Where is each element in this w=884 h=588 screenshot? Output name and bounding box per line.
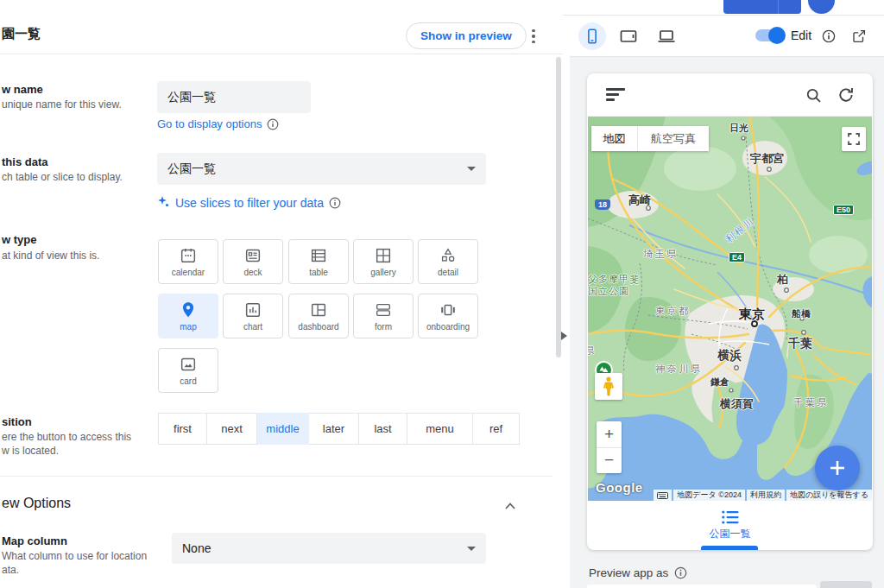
view-type-map[interactable]: map xyxy=(158,294,218,338)
map-pin-icon xyxy=(179,300,198,319)
device-phone-button[interactable] xyxy=(578,22,606,50)
panel-expand-arrow-icon[interactable] xyxy=(561,332,567,340)
nav-tab-label: 公園一覧 xyxy=(710,527,751,541)
map-label-yokosuka: 横須賀 xyxy=(720,396,754,412)
view-type-onboarding[interactable]: onboarding xyxy=(418,294,478,338)
collapse-chevron-icon[interactable] xyxy=(504,498,516,514)
sparkle-icon xyxy=(157,195,170,211)
save-button[interactable] xyxy=(723,0,801,14)
position-ref[interactable]: ref xyxy=(473,413,520,445)
add-record-fab[interactable] xyxy=(815,446,860,490)
view-type-deck[interactable]: deck xyxy=(223,239,283,284)
edit-label: Edit xyxy=(791,28,811,42)
data-select[interactable]: 公園一覧 xyxy=(157,153,486,185)
view-editor-panel: 園一覧 Show in preview w name unique name f… xyxy=(0,0,563,588)
view-name-label: w name xyxy=(2,83,43,96)
view-type-chart[interactable]: chart xyxy=(223,294,283,338)
view-type-calendar[interactable]: calendar xyxy=(158,239,218,284)
map-label-kamakura: 鎌倉 xyxy=(710,376,729,389)
image-icon xyxy=(179,355,198,374)
view-type-table[interactable]: table xyxy=(288,239,349,284)
route-shield-18: 18 xyxy=(595,199,610,210)
deck-icon xyxy=(243,246,262,265)
map-label-tokyo: 東京 xyxy=(739,307,765,323)
use-slices-link[interactable]: Use slices to filter your data xyxy=(157,195,341,211)
panel-scrollbar[interactable] xyxy=(556,57,561,357)
map-label-takasaki: 高崎 xyxy=(628,193,651,208)
preview-as-button-fragment[interactable] xyxy=(820,581,872,588)
position-later[interactable]: later xyxy=(309,413,359,445)
list-icon xyxy=(722,510,739,524)
more-options-icon[interactable] xyxy=(527,26,540,47)
detail-icon xyxy=(439,246,458,265)
menu-icon[interactable] xyxy=(606,88,627,102)
device-desktop-button[interactable] xyxy=(653,22,680,50)
view-type-gallery[interactable]: gallery xyxy=(353,239,414,284)
table-icon xyxy=(309,246,328,265)
view-name-desc: unique name for this view. xyxy=(2,98,122,111)
map-column-value: None xyxy=(182,541,211,555)
map-view[interactable]: 日光 宇都宮 高崎 利根川 埼玉県 柏 父多摩甲斐 国立公園 東京都 東京 船橋… xyxy=(588,117,872,501)
route-shield-e4: E4 xyxy=(729,252,745,262)
map-label-ken: 県 xyxy=(588,345,597,357)
go-to-display-options-link[interactable]: Go to display options xyxy=(157,117,279,130)
zoom-out-button[interactable]: − xyxy=(597,448,622,474)
data-select-value: 公園一覧 xyxy=(167,161,216,177)
device-tablet-button[interactable] xyxy=(615,22,642,50)
gallery-icon xyxy=(374,246,393,265)
map-type-control: 地図 航空写真 xyxy=(591,126,709,151)
terms-link[interactable]: 利用規約 xyxy=(747,490,785,501)
view-type-label: w type xyxy=(2,233,36,246)
show-in-preview-button[interactable]: Show in preview xyxy=(406,22,527,49)
info-icon[interactable] xyxy=(329,197,341,209)
info-icon[interactable] xyxy=(822,29,836,47)
edit-toggle[interactable] xyxy=(755,29,783,41)
data-desc: ch table or slice to display. xyxy=(2,171,123,183)
map-tab-map[interactable]: 地図 xyxy=(591,126,638,151)
carousel-icon xyxy=(439,300,458,319)
view-type-detail[interactable]: detail xyxy=(418,239,478,284)
fullscreen-button[interactable] xyxy=(842,127,866,151)
refresh-icon[interactable] xyxy=(837,85,856,108)
open-in-new-icon[interactable] xyxy=(851,28,867,47)
position-first[interactable]: first xyxy=(158,413,207,445)
map-column-select[interactable]: None xyxy=(172,533,486,564)
position-segmented-control: first next middle later last menu ref xyxy=(158,413,520,445)
route-shield-e50: E50 xyxy=(833,205,854,215)
view-type-dashboard[interactable]: dashboard xyxy=(288,294,349,338)
position-middle[interactable]: middle xyxy=(257,413,309,445)
app-header xyxy=(587,73,873,117)
report-map-error-link[interactable]: 地図の誤りを報告する xyxy=(786,490,872,501)
preview-as-field-fragment[interactable] xyxy=(587,585,817,588)
position-last[interactable]: last xyxy=(359,413,407,445)
pegman-control[interactable] xyxy=(595,373,622,400)
view-type-form[interactable]: form xyxy=(353,294,414,338)
chevron-down-icon xyxy=(467,167,476,171)
info-icon[interactable] xyxy=(267,118,279,130)
position-menu[interactable]: menu xyxy=(407,413,473,445)
map-label-park-2: 国立公園 xyxy=(588,285,629,298)
search-icon[interactable] xyxy=(805,86,823,108)
keyboard-shortcuts-icon[interactable] xyxy=(654,490,672,501)
view-type-card[interactable]: card xyxy=(158,348,218,393)
position-label: sition xyxy=(2,415,32,428)
map-column-desc-2: ata. xyxy=(2,564,19,576)
map-canvas xyxy=(588,117,872,501)
view-name-value: 公園一覧 xyxy=(167,90,216,105)
google-logo: Google xyxy=(596,480,643,495)
pegman-icon xyxy=(603,376,615,397)
bottom-nav-tab[interactable]: 公園一覧 xyxy=(587,501,873,550)
zoom-in-button[interactable]: + xyxy=(597,421,622,448)
map-label-tokyo-pref: 東京都 xyxy=(655,305,691,318)
laptop-icon xyxy=(656,26,677,47)
map-tab-satellite[interactable]: 航空写真 xyxy=(638,126,709,151)
info-icon[interactable] xyxy=(674,566,687,579)
map-column-label: Map column xyxy=(2,534,67,547)
view-name-input[interactable]: 公園一覧 xyxy=(157,81,311,113)
map-label-saitama: 埼玉県 xyxy=(643,248,679,261)
position-next[interactable]: next xyxy=(207,413,257,445)
map-column-desc-1: What column to use for location xyxy=(2,550,147,562)
calendar-icon xyxy=(179,246,198,265)
map-label-nikko: 日光 xyxy=(729,122,748,135)
app-window: 園一覧 Show in preview w name unique name f… xyxy=(0,0,884,588)
